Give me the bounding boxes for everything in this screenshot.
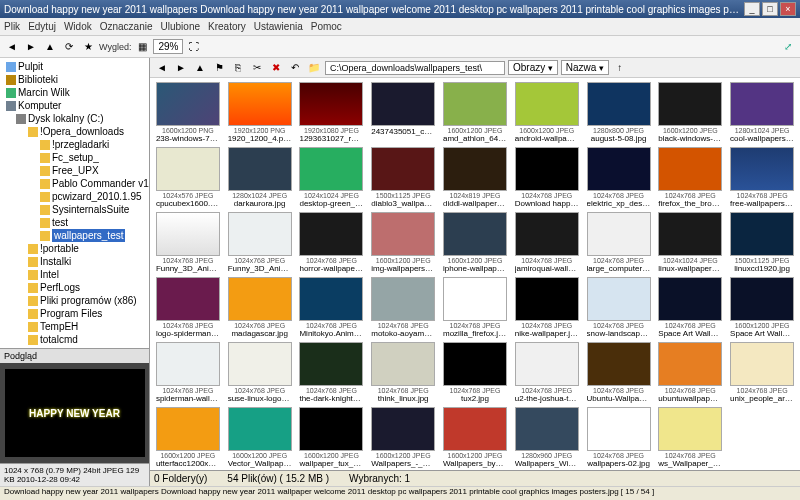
zoom-level[interactable]: 29%: [153, 39, 183, 54]
thumbnail[interactable]: 1280x960 JPEGWallpapers_Window...: [513, 407, 581, 468]
thumbnail[interactable]: 1024x768 JPEGjamiroquai-wallpape...: [513, 212, 581, 273]
thumbnail[interactable]: 1600x1200 JPEGblack-windows-7.jpg: [656, 82, 724, 143]
thumbnail[interactable]: 1024x768 JPEGmotoko-aoyama-ani...: [369, 277, 437, 338]
copy-icon[interactable]: ⎘: [230, 60, 246, 76]
thumbnail[interactable]: 1024x768 JPEGnike-wallpaper.jpeg: [513, 277, 581, 338]
nav-fwd-icon[interactable]: ►: [173, 60, 189, 76]
thumbnail[interactable]: 1024x768 JPEGws_Wallpaper_remin...: [656, 407, 724, 468]
tree-item[interactable]: Instalki: [2, 255, 147, 268]
thumbnail[interactable]: 1600x1200 JPEGandroid-wallpaper3_...: [513, 82, 581, 143]
thumbnail[interactable]: 1600x1200 JPEGutterfacc1200x1600.j...: [154, 407, 222, 468]
tree-item[interactable]: !Opera_downloads: [2, 125, 147, 138]
minimize-button[interactable]: _: [744, 2, 760, 16]
menu-plik[interactable]: Plik: [4, 21, 20, 32]
tree-item[interactable]: Fc_setup_: [2, 151, 147, 164]
thumbnail[interactable]: 1600x1200 PNG238-windows-7-wall...: [154, 82, 222, 143]
folder-tree[interactable]: PulpitBibliotekiMarcin WilkKomputerDysk …: [0, 58, 149, 348]
tree-item[interactable]: test: [2, 216, 147, 229]
thumbnail[interactable]: 1280x1024 JPEGcool-wallpapers.jpg: [728, 82, 796, 143]
thumbnail[interactable]: 1024x768 JPEGFunny_3D_Animals_...: [154, 212, 222, 273]
thumbnail[interactable]: 1920x1200 PNG1920_1200_4.png: [226, 82, 294, 143]
thumbnail[interactable]: 2437435051_c7a6f46a...: [369, 82, 437, 143]
thumbnail[interactable]: 1024x768 JPEGlogo-spiderman-3-w...: [154, 277, 222, 338]
favorite-icon[interactable]: ⚑: [211, 60, 227, 76]
sort-asc-icon[interactable]: ↑: [612, 60, 628, 76]
thumbnail[interactable]: 1024x768 JPEGubuntuwallpapers-c...: [656, 342, 724, 403]
thumbnail[interactable]: 1024x768 JPEGthe-dark-knight-wall...: [298, 342, 366, 403]
refresh-icon[interactable]: ⟳: [61, 39, 77, 55]
thumbnail[interactable]: 1024x768 JPEGDownload happy ne...: [513, 147, 581, 208]
cut-icon[interactable]: ✂: [249, 60, 265, 76]
thumbnail[interactable]: 1600x1200 JPEGimg-wallpapers-k-c...: [369, 212, 437, 273]
menu-kreatory[interactable]: Kreatory: [208, 21, 246, 32]
thumbnail[interactable]: 1024x768 JPEGsuse-linux-logo-wall...: [226, 342, 294, 403]
thumbnail[interactable]: 1920x1080 JPEG1293631027_red_mot...: [298, 82, 366, 143]
thumbnail[interactable]: 1024x768 JPEGMinitokyo.Anime.W...: [298, 277, 366, 338]
thumbnail[interactable]: 1024x819 JPEGdiddl-wallpapers.jpeg: [441, 147, 509, 208]
thumbnail[interactable]: 1600x1200 JPEGVector_Wallpapers_...: [226, 407, 294, 468]
thumbnail[interactable]: 1024x576 JPEGcpucubex1600.jpg: [154, 147, 222, 208]
thumbnail[interactable]: 1024x768 JPEGunix_people_are_hap...: [728, 342, 796, 403]
thumbnail[interactable]: 1024x768 JPEGSpace Art Wallpaper...: [656, 277, 724, 338]
thumbnail[interactable]: 1024x768 JPEGtux2.jpg: [441, 342, 509, 403]
tree-item[interactable]: Program Files: [2, 307, 147, 320]
tree-item[interactable]: !portable: [2, 242, 147, 255]
sort-select[interactable]: Nazwa ▾: [561, 60, 609, 75]
tree-item[interactable]: SysinternalsSuite: [2, 203, 147, 216]
tree-item[interactable]: Intel: [2, 268, 147, 281]
tree-item[interactable]: pcwizard_2010.1.95: [2, 190, 147, 203]
folder-icon[interactable]: 📁: [306, 60, 322, 76]
thumbnail[interactable]: 1600x1200 JPEGSpace Art Wallpaper...: [728, 277, 796, 338]
thumbnail[interactable]: 1024x768 JPEGlarge_computer_001...: [585, 212, 653, 273]
thumbnail[interactable]: 1280x1024 JPEGdarkaurora.jpg: [226, 147, 294, 208]
menu-pomoc[interactable]: Pomoc: [311, 21, 342, 32]
tree-item[interactable]: TempEH: [2, 320, 147, 333]
thumbnail[interactable]: 1600x1200 JPEGamd_athlon_64.jpg: [441, 82, 509, 143]
expand-icon[interactable]: ⤢: [780, 39, 796, 55]
thumbnail[interactable]: 1500x1125 JPEGlinuxcd1920.jpg: [728, 212, 796, 273]
thumbnail[interactable]: 1024x1024 JPEGdesktop-green_socc...: [298, 147, 366, 208]
favorites-icon[interactable]: ★: [80, 39, 96, 55]
thumbnail[interactable]: 1024x1024 JPEGlinux-wallpaper-for-...: [656, 212, 724, 273]
delete-icon[interactable]: ✖: [268, 60, 284, 76]
back-icon[interactable]: ◄: [4, 39, 20, 55]
thumbnail[interactable]: 1024x768 JPEGspiderman-wallpape...: [154, 342, 222, 403]
thumbnail[interactable]: 1024x768 JPEGthink_linux.jpg: [369, 342, 437, 403]
tree-item[interactable]: Komputer: [2, 99, 147, 112]
thumbnail[interactable]: 1024x768 JPEGwallpapers-02.jpg: [585, 407, 653, 468]
nav-back-icon[interactable]: ◄: [154, 60, 170, 76]
thumbnail[interactable]: 1600x1200 JPEGWallpapers_-_Black_...: [369, 407, 437, 468]
tree-item[interactable]: !przegladarki: [2, 138, 147, 151]
menu-oznaczanie[interactable]: Oznaczanie: [100, 21, 153, 32]
undo-icon[interactable]: ↶: [287, 60, 303, 76]
thumbnail[interactable]: 1600x1200 JPEGiphone-wallpaper-2...: [441, 212, 509, 273]
tree-item[interactable]: Biblioteki: [2, 73, 147, 86]
thumbnail[interactable]: 1024x768 JPEGUbuntu-Wallpaper-L...: [585, 342, 653, 403]
menu-edytuj[interactable]: Edytuj: [28, 21, 56, 32]
thumbnail[interactable]: 1024x768 JPEGmadagascar.jpg: [226, 277, 294, 338]
thumbnail[interactable]: 1280x800 JPEGaugust-5-08.jpg: [585, 82, 653, 143]
fullscreen-icon[interactable]: ⛶: [186, 39, 202, 55]
tree-item[interactable]: PerfLogs: [2, 281, 147, 294]
filter-select[interactable]: Obrazy ▾: [508, 60, 558, 75]
tree-item[interactable]: Pliki programów (x86): [2, 294, 147, 307]
tree-item[interactable]: Free_UPX: [2, 164, 147, 177]
thumbnail[interactable]: 1024x768 JPEGfirefox_the_browser_...: [656, 147, 724, 208]
preview-image[interactable]: HAPPY NEW YEAR: [5, 369, 145, 457]
thumbnail[interactable]: 1024x768 JPEGsnow-landscape-wall...: [585, 277, 653, 338]
thumb-view-icon[interactable]: ▦: [134, 39, 150, 55]
tree-item[interactable]: Marcin Wilk: [2, 86, 147, 99]
close-button[interactable]: ×: [780, 2, 796, 16]
thumbnail[interactable]: 1600x1200 JPEGwallpaper_tux_1600.j...: [298, 407, 366, 468]
thumbnail[interactable]: 1024x768 JPEGhorror-wallpapers.jpg: [298, 212, 366, 273]
up-icon[interactable]: ▲: [42, 39, 58, 55]
tree-item[interactable]: Pablo Commander v14 pl(dobreprogramy.pl): [2, 177, 147, 190]
thumbnail[interactable]: 1024x768 JPEGu2-the-joshua-tree-...: [513, 342, 581, 403]
address-path[interactable]: C:\Opera_downloads\wallpapers_test\: [325, 61, 505, 75]
tree-item[interactable]: Dysk lokalny (C:): [2, 112, 147, 125]
thumbnail[interactable]: 1500x1125 JPEGdiablo3_wallpapers-...: [369, 147, 437, 208]
menu-ulubione[interactable]: Ulubione: [161, 21, 200, 32]
maximize-button[interactable]: □: [762, 2, 778, 16]
tree-item[interactable]: Pulpit: [2, 60, 147, 73]
forward-icon[interactable]: ►: [23, 39, 39, 55]
